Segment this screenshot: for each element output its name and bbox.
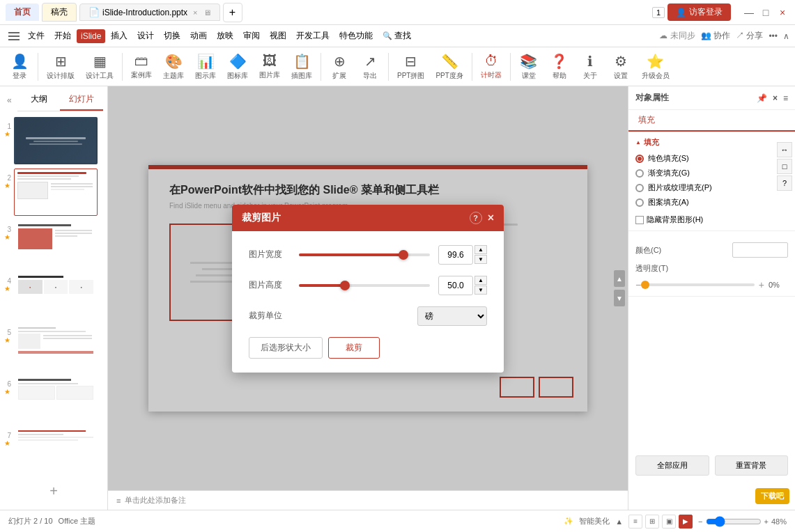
fill-tab[interactable]: 填充 [628,110,665,132]
list-item[interactable]: 1 ★ [3,117,105,164]
list-item[interactable]: 4 ★ ● ● ● [3,272,105,319]
home-tab[interactable]: 首页 [6,3,39,21]
toolbar-design-layout[interactable]: ⊞ 设计排版 [43,50,79,84]
side-icon-1[interactable]: ↔ [777,142,792,157]
unit-select[interactable]: 磅 厘米 英寸 像素 [417,306,487,326]
zoom-minus-icon[interactable]: − [698,517,702,526]
height-input[interactable] [438,276,473,295]
gradient-fill-radio[interactable] [635,169,644,178]
transparency-slider[interactable] [645,283,755,286]
toolbar-ppt-fitness[interactable]: 📏 PPT度身 [431,50,467,84]
close-tab-icon[interactable]: × [193,8,197,17]
list-item[interactable]: 3 ★ [3,220,105,267]
new-tab-button[interactable]: + [223,3,242,22]
list-item[interactable]: 6 ★ [3,375,105,422]
menu-islide[interactable]: iSlide [77,29,105,43]
slide-thumbnail[interactable] [14,323,98,370]
picture-fill-option[interactable]: 图片或纹理填充(P) [635,182,788,193]
width-down-arrow[interactable]: ▼ [474,255,487,264]
height-up-arrow[interactable]: ▲ [474,276,487,285]
transparency-minus-icon[interactable]: − [635,279,641,290]
zoom-slider[interactable] [706,516,762,527]
menu-start[interactable]: 开始 [50,28,75,44]
color-picker[interactable] [732,242,788,258]
transparency-thumb[interactable] [641,281,649,289]
side-icon-3[interactable]: ? [777,175,792,191]
restore-button[interactable]: □ [759,6,773,19]
height-slider[interactable] [299,284,430,287]
apply-all-button[interactable]: 全部应用 [635,455,709,476]
side-icon-2[interactable]: □ [777,159,792,174]
reset-bg-button[interactable]: 重置背景 [715,455,789,476]
pattern-fill-radio[interactable] [635,198,644,207]
add-slide-button[interactable]: + [3,478,105,505]
gradient-fill-option[interactable]: 渐变填充(G) [635,168,788,178]
outline-tab[interactable]: 大纲 [17,89,61,111]
left-collapse-icon[interactable]: « [4,93,15,108]
solid-fill-radio[interactable] [635,155,644,163]
solid-fill-option[interactable]: 纯色填充(S) [635,153,788,164]
smart-beautify-arrow[interactable]: ▲ [615,517,623,526]
slide-thumbnail[interactable] [14,169,98,216]
menu-special[interactable]: 特色功能 [335,28,377,44]
toolbar-help[interactable]: ❓ 帮助 [546,50,573,84]
menu-animation[interactable]: 动画 [186,28,211,44]
menu-switch[interactable]: 切换 [160,28,185,44]
menu-dev[interactable]: 开发工具 [292,28,334,44]
slides-tab[interactable]: 幻灯片 [60,89,103,111]
pin-icon[interactable]: 📌 [757,93,767,103]
smart-beautify-label[interactable]: 智能美化 [579,516,610,526]
menu-file[interactable]: 文件 [24,28,49,44]
slide-thumbnail[interactable] [14,375,98,422]
list-item[interactable]: 5 ★ [3,323,105,370]
toolbar-case-lib[interactable]: 🗃 案例库 [127,50,156,83]
canvas-scroll[interactable]: 在PowerPoint软件中找到您的 Slide® 菜单和侧工具栏 Find i… [108,86,628,490]
collapse-up-icon[interactable]: ∧ [783,31,789,41]
menu-search[interactable]: 🔍 查找 [378,28,415,44]
menu-view[interactable]: 视图 [265,28,291,44]
toolbar-insert-lib[interactable]: 📋 插图库 [287,50,316,84]
height-down-arrow[interactable]: ▼ [474,285,487,295]
toolbar-export[interactable]: ↗ 导出 [356,50,384,84]
resize-button[interactable]: 后选形状大小 [249,337,323,359]
grid-view-icon[interactable]: ⊞ [645,515,659,529]
width-input[interactable] [438,245,473,265]
present-view-icon[interactable]: ▣ [662,515,676,529]
menu-review[interactable]: 审阅 [239,28,264,44]
menu-design[interactable]: 设计 [133,28,158,44]
height-slider-thumb[interactable] [340,281,350,290]
slide-thumbnail[interactable] [14,220,98,267]
slide-thumbnail[interactable] [14,426,98,474]
toolbar-course[interactable]: 📚 课堂 [515,50,543,84]
picture-fill-radio[interactable] [635,184,644,192]
menu-show[interactable]: 放映 [213,28,238,44]
slide-thumbnail[interactable]: ● ● ● [14,272,98,319]
toolbar-ppt-puzzle[interactable]: ⊟ PPT拼图 [393,50,429,84]
transparency-plus-icon[interactable]: + [759,279,764,290]
dialog-close-button[interactable]: × [488,212,494,224]
toolbar-login[interactable]: 👤 登录 [6,50,33,84]
toolbar-design-tools[interactable]: ▦ 设计工具 [82,50,118,84]
play-icon[interactable]: ▶ [679,515,693,529]
pattern-fill-option[interactable]: 图案填充(A) [635,197,788,208]
toolbar-theme-lib[interactable]: 🎨 主题库 [159,50,188,84]
file-tab[interactable]: 📄 iSlide-Introduction.pptx × 🖥 [79,3,220,21]
width-slider[interactable] [299,253,430,256]
right-panel-more-icon[interactable]: ≡ [783,93,788,103]
crop-button[interactable]: 裁剪 [328,337,380,359]
minimize-button[interactable]: — [742,6,756,19]
slide-thumbnail[interactable] [14,117,98,164]
toolbar-icon-lib[interactable]: 🔷 图标库 [223,50,252,84]
lines-view-icon[interactable]: ≡ [628,515,642,529]
close-right-panel-icon[interactable]: × [773,93,778,103]
width-up-arrow[interactable]: ▲ [474,245,487,254]
canvas-nav-down[interactable]: ▼ [614,290,625,306]
toolbar-about[interactable]: ℹ 关于 [576,50,604,84]
collab-label[interactable]: 👥 协作 [701,30,730,42]
toolbar-settings[interactable]: ⚙ 设置 [607,50,635,84]
canvas-nav-up[interactable]: ▲ [614,270,625,287]
list-item[interactable]: 2 ★ [3,169,105,216]
dialog-help-button[interactable]: ? [470,212,482,224]
toolbar-upgrade[interactable]: ⭐ 升级会员 [638,50,674,84]
close-button[interactable]: × [775,6,789,19]
